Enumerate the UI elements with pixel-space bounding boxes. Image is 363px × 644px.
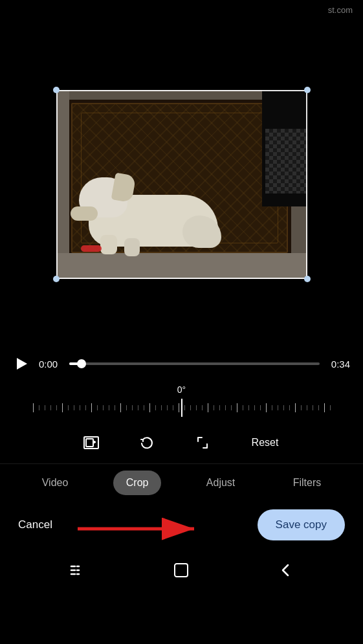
crop-handle-br[interactable] (304, 276, 311, 282)
ruler-tick (56, 405, 57, 410)
freeform-button[interactable] (191, 431, 214, 454)
ruler-tick (225, 405, 226, 410)
play-icon (17, 358, 27, 370)
watermark: st.com (328, 5, 353, 15)
ruler-tick (313, 405, 313, 410)
playback-controls: 0:00 0:34 (0, 343, 363, 379)
ruler-tick (97, 405, 98, 410)
freeform-icon (194, 434, 211, 451)
ruler-tick (144, 405, 144, 410)
save-copy-button[interactable]: Save copy (258, 509, 345, 540)
ruler-tick (126, 405, 127, 410)
ruler-tick (260, 405, 261, 410)
crop-handle-tl[interactable] (53, 87, 60, 93)
ruler-tick (50, 405, 51, 410)
ruler-tick (62, 403, 63, 412)
ruler-tick (283, 405, 284, 410)
rotation-center-line (181, 399, 182, 417)
svg-rect-1 (86, 439, 93, 447)
time-current: 0:00 (39, 359, 61, 370)
nav-home-button[interactable] (168, 557, 194, 583)
rotate-button[interactable] (135, 431, 159, 454)
ruler-tick (80, 405, 80, 410)
ruler-tick (330, 405, 331, 410)
ruler-tick (74, 405, 74, 410)
ruler-tick (307, 405, 307, 410)
ruler-tick (91, 403, 92, 412)
ruler-tick (295, 403, 296, 412)
ruler-tick (45, 405, 45, 410)
ruler-tick (318, 405, 319, 410)
ruler-tick (214, 405, 214, 410)
ruler-tick (190, 405, 191, 410)
rotation-value: 0° (177, 384, 186, 395)
seekbar-thumb[interactable] (77, 359, 86, 368)
ruler-tick (132, 405, 133, 410)
rotation-ruler[interactable] (13, 399, 350, 417)
crop-handle-tr[interactable] (304, 87, 311, 93)
navigation-bar (0, 548, 363, 592)
ruler-tick (184, 405, 185, 410)
home-icon (172, 561, 190, 579)
ruler-tick (266, 403, 267, 412)
photo-content (56, 90, 307, 279)
tool-buttons: Reset (0, 422, 363, 464)
ruler-tick (68, 405, 69, 410)
aspect-ratio-button[interactable] (80, 431, 103, 454)
ruler-tick (85, 405, 86, 410)
ruler-tick (208, 403, 208, 412)
ruler-tick (33, 403, 34, 412)
video-area: st.com (0, 0, 363, 343)
ruler-tick (237, 403, 237, 412)
rotation-controls: 0° (0, 379, 363, 422)
ruler-tick (324, 403, 325, 412)
ruler-tick (120, 403, 121, 412)
aspect-ratio-icon (83, 434, 100, 451)
ruler-tick (301, 405, 302, 410)
action-bar: Cancel Save copy (0, 502, 363, 548)
seekbar[interactable] (69, 362, 320, 365)
tab-filters[interactable]: Filters (280, 471, 335, 495)
time-duration: 0:34 (327, 359, 350, 370)
nav-back-button[interactable] (272, 557, 298, 583)
ruler-tick (219, 405, 220, 410)
ruler-tick (248, 405, 249, 410)
svg-rect-10 (175, 564, 188, 577)
ruler-tick (161, 405, 162, 410)
tab-video[interactable]: Video (29, 471, 82, 495)
ruler-tick (202, 405, 203, 410)
reset-button[interactable]: Reset (247, 434, 284, 451)
ruler-tick (149, 403, 150, 412)
ruler-tick (138, 405, 138, 410)
rotate-icon (138, 434, 155, 451)
ruler-tick (155, 405, 156, 410)
ruler-tick (103, 405, 104, 410)
ruler-tick (39, 405, 39, 410)
tab-bar: Video Crop Adjust Filters (0, 464, 363, 502)
cancel-button[interactable]: Cancel (18, 518, 52, 531)
ruler-tick (167, 405, 168, 410)
menu-icon (69, 561, 87, 579)
ruler-tick (179, 403, 179, 412)
ruler-tick (254, 405, 255, 410)
tab-crop[interactable]: Crop (113, 471, 162, 495)
ruler-tick (289, 405, 290, 410)
ruler-tick (231, 405, 232, 410)
ruler-tick (173, 405, 173, 410)
ruler-tick (115, 405, 115, 410)
ruler-tick (109, 405, 109, 410)
ruler-tick (278, 405, 278, 410)
back-icon (276, 561, 294, 579)
nav-menu-button[interactable] (65, 557, 91, 583)
tab-adjust[interactable]: Adjust (193, 471, 248, 495)
crop-frame (56, 90, 307, 279)
ruler-tick (243, 405, 243, 410)
crop-handle-bl[interactable] (53, 276, 60, 282)
play-button[interactable] (13, 355, 31, 373)
ruler-tick (272, 405, 272, 410)
ruler-tick (196, 405, 197, 410)
